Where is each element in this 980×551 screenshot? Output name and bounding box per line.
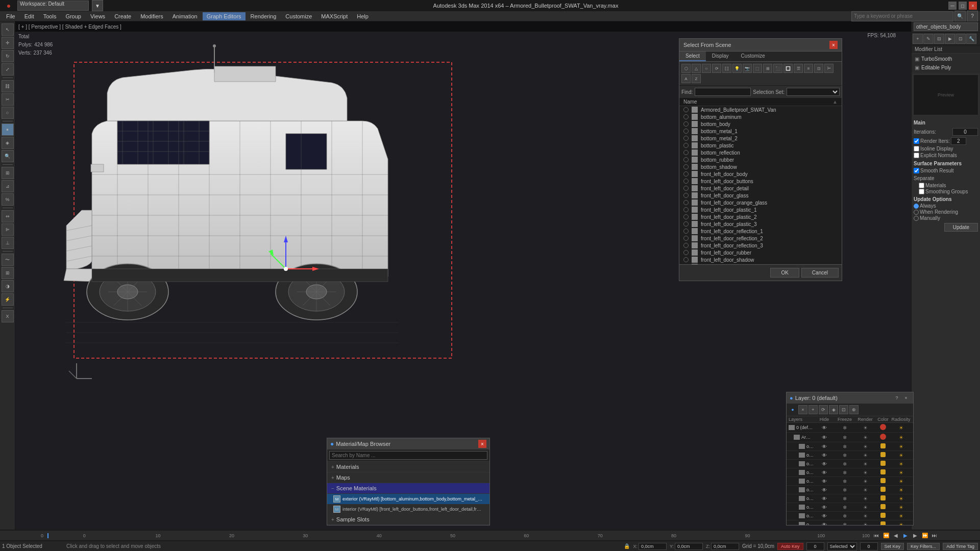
- render-iters-check[interactable]: [914, 138, 919, 144]
- ssd-tab-select[interactable]: Select: [679, 52, 706, 61]
- playback-play[interactable]: ▶: [901, 531, 910, 540]
- utilities-tab[interactable]: 🔧: [966, 34, 976, 44]
- mb-section-materials[interactable]: + Materials: [327, 462, 489, 472]
- playback-first[interactable]: ⏮: [872, 531, 881, 540]
- mb-item-exterior[interactable]: M exterior (VRayMtl) [bottom_aluminum,bo…: [327, 494, 489, 504]
- lp-tb-add-object[interactable]: ⊕: [849, 405, 859, 414]
- menu-file[interactable]: File: [2, 12, 19, 20]
- help-btn[interactable]: ?: [967, 11, 978, 22]
- ssd-item-15[interactable]: front_left_door_plastic_2: [679, 213, 842, 220]
- tool-zoom[interactable]: 🔍: [2, 150, 14, 162]
- mb-search-input[interactable]: [329, 451, 487, 460]
- tool-move[interactable]: ✛: [2, 37, 14, 49]
- tool-render[interactable]: ⚡: [2, 293, 14, 306]
- tool-link[interactable]: ⛓: [2, 80, 14, 92]
- tool-perspective[interactable]: ◈: [2, 137, 14, 149]
- ssd-item-16[interactable]: front_left_door_plastic_3: [679, 220, 842, 228]
- isoline-check[interactable]: [914, 146, 919, 152]
- ssd-item-6[interactable]: bottom_reflection: [679, 149, 842, 156]
- close-btn[interactable]: ×: [969, 2, 977, 10]
- lp-tb-select-highlight[interactable]: ◈: [829, 405, 838, 414]
- smoothing-groups-check[interactable]: [919, 189, 924, 194]
- minimize-btn[interactable]: ─: [948, 2, 957, 10]
- ssd-cancel-btn[interactable]: Cancel: [801, 268, 839, 278]
- ssd-btn-8[interactable]: ⬚: [753, 64, 762, 73]
- lp-list[interactable]: 0 (default) 👁 ❄ ☀ ☀ Armored_B...f_SWA...…: [787, 423, 913, 525]
- render-iters-input[interactable]: [951, 137, 966, 145]
- tool-scale[interactable]: ⤢: [2, 63, 14, 76]
- autokey-btn[interactable]: Auto Key: [777, 543, 803, 550]
- mb-close-btn[interactable]: ×: [478, 440, 486, 448]
- tool-select[interactable]: ↖: [2, 23, 14, 36]
- ssd-item-3[interactable]: bottom_metal_1: [679, 128, 842, 135]
- z-input[interactable]: [711, 543, 739, 550]
- selected-dropdown[interactable]: Selected: [827, 542, 857, 550]
- menu-animation[interactable]: Animation: [168, 12, 202, 20]
- key-frame-input[interactable]: [860, 542, 878, 550]
- ssd-btn-7[interactable]: 📷: [743, 64, 752, 73]
- ssd-btn-16[interactable]: A: [681, 74, 691, 83]
- ssd-item-9[interactable]: front_left_door_body: [679, 170, 842, 178]
- ssd-btn-9[interactable]: ⊞: [763, 64, 772, 73]
- always-radio[interactable]: [914, 204, 919, 209]
- explicit-check[interactable]: [914, 153, 919, 158]
- maximize-btn[interactable]: □: [959, 2, 967, 10]
- ssd-item-18[interactable]: front_left_door_reflection_2: [679, 235, 842, 242]
- when-rendering-radio[interactable]: [914, 210, 919, 215]
- mb-item-interior[interactable]: M interior (VRayMtl) [front_left_door_bu…: [327, 504, 489, 514]
- tool-schematic[interactable]: ⊞: [2, 267, 14, 279]
- lp-item-0[interactable]: 0 (default) 👁 ❄ ☀ ☀: [787, 423, 913, 433]
- playback-prev-frame[interactable]: ◀: [891, 531, 900, 540]
- smooth-result-check[interactable]: [914, 168, 919, 173]
- ssd-list[interactable]: Armored_Bulletproof_SWAT_Vanbottom_alumi…: [679, 106, 842, 264]
- playback-last[interactable]: ⏭: [930, 531, 939, 540]
- ssd-tab-customize[interactable]: Customize: [735, 52, 771, 61]
- y-input[interactable]: [675, 543, 703, 550]
- ssd-item-13[interactable]: front_left_door_orange_glass: [679, 199, 842, 206]
- ssd-item-14[interactable]: front_left_door_plastic_1: [679, 206, 842, 213]
- ssd-item-0[interactable]: Armored_Bulletproof_SWAT_Van: [679, 106, 842, 113]
- search-btn[interactable]: 🔍: [954, 11, 966, 22]
- ssd-item-2[interactable]: bottom_body: [679, 120, 842, 128]
- ssd-item-11[interactable]: front_left_door_detail: [679, 185, 842, 192]
- ssd-btn-15[interactable]: ⊢: [824, 64, 834, 73]
- ssd-item-20[interactable]: front_left_door_rubber: [679, 249, 842, 256]
- workspace-dropdown[interactable]: Workspace: Default: [17, 1, 89, 11]
- ssd-btn-14[interactable]: ⊡: [814, 64, 823, 73]
- key-filters-btn[interactable]: Key Filters...: [907, 543, 940, 550]
- menu-group[interactable]: Group: [61, 12, 85, 20]
- modifier-turbosmoothm[interactable]: ▣ TurboSmooth: [913, 55, 979, 63]
- tool-mirror[interactable]: ⇔: [2, 210, 14, 222]
- lp-item-5[interactable]: other_objects_r... 👁 ❄ ☀ ☀: [787, 468, 913, 477]
- create-tab[interactable]: +: [913, 34, 923, 44]
- menu-rendering[interactable]: Rendering: [247, 12, 281, 20]
- frame-input[interactable]: [806, 542, 824, 550]
- ssd-btn-1[interactable]: ⬡: [681, 64, 691, 73]
- lp-item-6[interactable]: other_objects_p... 👁 ❄ ☀ ☀: [787, 477, 913, 486]
- ssd-item-4[interactable]: bottom_metal_2: [679, 135, 842, 142]
- ssd-item-5[interactable]: bottom_plastic: [679, 142, 842, 149]
- lp-item-3[interactable]: other_objects_n... 👁 ❄ ☀ ☀: [787, 451, 913, 460]
- menu-create[interactable]: Create: [110, 12, 135, 20]
- tool-align[interactable]: ⊫: [2, 223, 14, 236]
- ssd-item-17[interactable]: front_left_door_reflection_1: [679, 228, 842, 235]
- tool-angle-snap[interactable]: ⊿: [2, 180, 14, 192]
- menu-maxscript[interactable]: MAXScript: [317, 12, 352, 20]
- ssd-item-7[interactable]: bottom_rubber: [679, 156, 842, 163]
- menu-graph-editors[interactable]: Graph Editors: [203, 12, 246, 20]
- materials-check[interactable]: [919, 183, 924, 188]
- lp-item-4[interactable]: other_objects_n... 👁 ❄ ☀ ☀: [787, 460, 913, 468]
- workspace-arrow[interactable]: ▼: [92, 0, 103, 11]
- mb-section-maps[interactable]: + Maps: [327, 472, 489, 483]
- ssd-item-19[interactable]: front_left_door_reflection_3: [679, 242, 842, 249]
- display-tab[interactable]: ⊡: [955, 34, 966, 44]
- x-input[interactable]: [639, 543, 667, 550]
- search-input[interactable]: [851, 11, 953, 21]
- tool-xview[interactable]: X: [2, 310, 14, 322]
- hierarchy-tab[interactable]: ⊟: [934, 34, 944, 44]
- lp-item-1[interactable]: Armored_B...f_SWA... 👁 ❄ ☀ ☀: [787, 433, 913, 442]
- lp-item-9[interactable]: other_objects_d... 👁 ❄ ☀ ☀: [787, 503, 913, 512]
- ssd-btn-11[interactable]: 🔳: [783, 64, 793, 73]
- menu-edit[interactable]: Edit: [20, 12, 38, 20]
- ssd-item-8[interactable]: bottom_shadow: [679, 163, 842, 170]
